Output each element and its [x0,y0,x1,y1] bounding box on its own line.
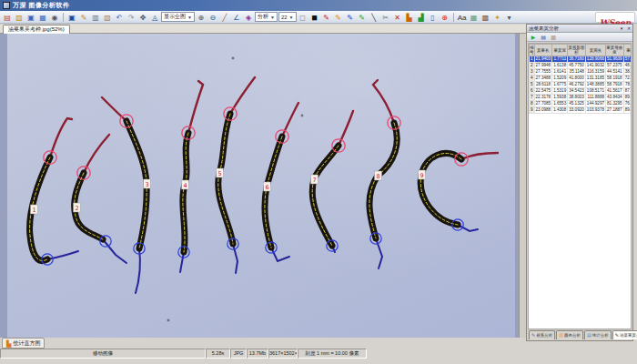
specimen-pod-9[interactable]: 9 [419,153,499,231]
table-cell: 58.1918 [606,76,624,82]
panel-tab-根系分析[interactable]: ✎根系分析 [529,330,555,339]
histogram-tab[interactable]: ▙ 统计直方图 [2,338,45,349]
table-cell: 148.3885 [585,82,605,88]
image-one-icon[interactable]: ▦ [469,12,480,22]
undo-icon[interactable]: ↶ [114,12,125,22]
more-dropdown-icon[interactable]: ▾ [504,12,515,22]
table-row[interactable]: 923.09881.430833.0920103.937827.188789.4… [530,107,632,114]
trash-icon[interactable]: ▯ [428,12,439,22]
table-cell: 1.5209 [552,76,568,82]
analysis-overlay: 123456789 [7,34,515,338]
specimen-pod-1[interactable]: 1 [30,118,78,265]
image-two-icon[interactable]: ▩ [480,12,491,22]
table-cell: 89.4123 [623,107,632,114]
pod-label-number: 7 [312,177,316,184]
star-icon[interactable]: ✦ [492,12,503,22]
table-row[interactable]: 827.70851.655345.1325144.929781.329576.3… [530,101,632,107]
angle-icon[interactable]: ∠ [231,12,242,22]
chart-orange-icon[interactable]: ▙ [404,12,415,22]
white-swatch-icon[interactable]: ◻ [298,12,308,22]
paste-icon[interactable]: ▧ [102,12,113,22]
edit-icon[interactable]: ✎ [78,12,89,22]
column-header[interactable]: 荚果长 [534,45,552,56]
table-cell: 1.6553 [552,101,568,107]
column-header[interactable]: 果喙长 [623,45,632,56]
panel-tab-油菜果荚分析[interactable]: ✎油菜果荚分析 [612,330,637,339]
save-table-icon[interactable]: ▤ [539,33,548,41]
specimen-pod-4[interactable]: 4 [178,81,203,272]
show-full-image-combo[interactable]: 显示全图▼ [161,12,195,22]
column-header[interactable]: 荚周长 [585,45,605,56]
specimen-photo[interactable]: 123456789 [7,34,515,338]
panel-tab-icon: ✎ [615,331,619,339]
table-cell: 33.0920 [568,107,586,114]
analyze-combo[interactable]: 分析▼ [255,12,278,22]
delete-mark-icon[interactable]: ✕ [392,12,403,22]
zoom-in-icon[interactable]: ⊕ [196,12,207,22]
ruler-icon[interactable]: ╱ [219,12,230,22]
table-row[interactable]: 722.31781.593838.8003111.888843.843489.9… [530,95,632,101]
copy-table-icon[interactable]: ▥ [549,33,558,41]
specimen-pod-8[interactable]: 8 [369,80,400,268]
save-icon[interactable]: ▣ [66,12,77,22]
line-tool-icon[interactable]: ╲ [369,12,379,22]
histogram-icon: ▙ [6,339,11,349]
orange-pen-icon[interactable]: ✎ [333,12,344,22]
specimen-pod-2[interactable]: 2 [74,135,127,263]
black-swatch-icon[interactable]: ◼ [309,12,320,22]
status-dimensions: 3617×1502×24 [268,349,298,359]
table-row[interactable]: 121.94031.771136.7160128.906651.963957.4… [530,56,632,63]
pan-icon[interactable]: ✥ [137,12,148,22]
table-cell: 41.8000 [568,76,586,82]
table-row[interactable]: 227.99481.613845.7750141.903257.237548.5… [530,63,632,69]
panel-splitter[interactable] [519,34,526,338]
image-canvas[interactable]: 123456789 [0,34,519,338]
run-export-icon[interactable]: ▶ [529,33,538,41]
results-table-wrap: 编号荚果长果荚宽荚投影面积荚周长果荚弯曲度果喙长果柄长121.94031.771… [528,43,632,329]
save-image-icon[interactable]: ▣ [25,12,36,22]
pointer-icon[interactable]: ◬ [149,12,160,22]
status-bar: 移动图像5.28sJPG13.7Mb3617×1502×24刻度 1 mm = … [0,349,367,359]
record-icon[interactable]: ⊕ [440,12,450,22]
table-cell: 22.5475 [534,88,552,95]
table-cell: 43.8434 [606,95,624,101]
table-row[interactable]: 528.61181.677546.2792148.388558.791878.6… [530,82,632,88]
column-header[interactable]: 编号 [530,45,535,56]
panel-tab-统计分析[interactable]: ▤统计分析 [584,330,612,339]
specimen-pod-5[interactable]: 5 [217,77,256,273]
pod-label-number: 4 [183,182,187,189]
new-file-icon[interactable]: ▤ [2,12,13,22]
table-row[interactable]: 427.34881.520941.8000131.318558.191872.6… [530,76,632,82]
size-combo-arrow-icon: ▼ [289,15,294,20]
panel-tab-icon: ▧ [559,331,563,339]
table-row[interactable]: 327.75551.614135.1148116.315944.514138.1… [530,69,632,76]
copy-icon[interactable]: ▥ [90,12,101,22]
panel-tab-label: 统计分析 [592,331,609,339]
camera-icon[interactable]: ◉ [49,12,60,22]
panel-close-icon[interactable]: ✕ [625,25,632,32]
text-tool-icon[interactable]: Aa [457,12,468,22]
blue-pen-icon[interactable]: ✎ [345,12,356,22]
specimen-pod-7[interactable]: 7 [311,111,354,252]
redo-icon[interactable]: ↷ [126,12,136,22]
pod-label-number: 3 [145,181,148,188]
marker-icon[interactable]: ◈ [243,12,254,22]
chart-green-icon[interactable]: ▟ [416,12,427,22]
specimen-pod-6[interactable]: 6 [264,103,299,261]
zoom-out-icon[interactable]: ⊖ [207,12,218,22]
size-combo[interactable]: 22▼ [278,12,297,22]
pod-label-number: 6 [265,184,268,191]
open-folder-icon[interactable]: ▨ [14,12,25,22]
panel-pin-icon[interactable]: ▾ [618,25,625,32]
document-tab[interactable]: 油菜果荚考种.jpg(52%) [3,25,70,34]
column-header[interactable]: 果荚宽 [552,45,568,56]
column-header[interactable]: 果荚弯曲度 [606,45,624,56]
cut-icon[interactable]: ✂ [380,12,391,22]
column-header[interactable]: 荚投影面积 [568,45,586,56]
table-row[interactable]: 622.54751.531934.5423108.517141.561787.7… [530,88,632,95]
table-cell: 111.8888 [585,95,605,101]
green-pen-icon[interactable]: ✎ [357,12,368,22]
panel-tab-颜色分析[interactable]: ▧颜色分析 [556,330,583,339]
save-all-icon[interactable]: ▦ [37,12,48,22]
red-pen-icon[interactable]: ✎ [321,12,332,22]
